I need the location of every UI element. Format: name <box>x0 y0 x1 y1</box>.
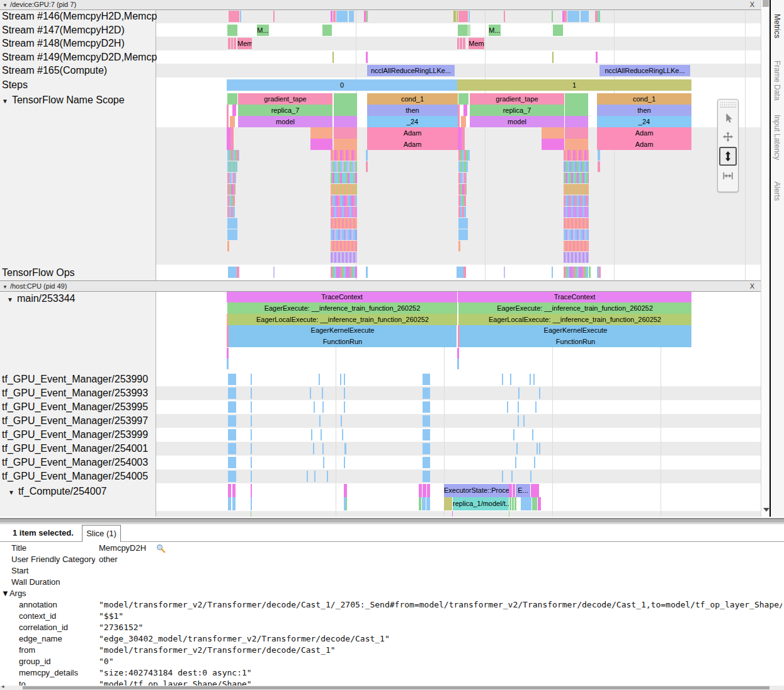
trace-tick[interactable] <box>552 52 554 63</box>
trace-tick[interactable] <box>251 429 252 440</box>
trace-tick[interactable] <box>598 150 600 161</box>
trace-slice[interactable]: replica_7 <box>238 105 332 116</box>
trace-tick[interactable] <box>314 471 315 482</box>
trace-tick[interactable] <box>463 267 466 278</box>
trace-slice[interactable]: M... <box>257 25 269 36</box>
trace-tick[interactable] <box>334 139 357 150</box>
trace-tick[interactable] <box>322 388 323 399</box>
pan-tool-button[interactable] <box>720 128 736 146</box>
trace-tick[interactable] <box>313 443 314 454</box>
trace-tick[interactable] <box>539 388 540 399</box>
trace-tick[interactable] <box>532 497 537 510</box>
trace-tick[interactable] <box>334 116 357 127</box>
trace-tick[interactable] <box>426 497 430 510</box>
trace-tick[interactable] <box>564 11 567 22</box>
trace-tick[interactable] <box>457 359 459 369</box>
trace-tick[interactable] <box>463 105 467 116</box>
trace-tick[interactable] <box>251 401 252 413</box>
trace-tick[interactable] <box>344 374 345 385</box>
trace-tick[interactable] <box>331 229 357 240</box>
trace-tick[interactable] <box>458 184 467 195</box>
trace-tick[interactable] <box>341 415 342 427</box>
trace-tick[interactable] <box>319 374 320 385</box>
trace-tick[interactable] <box>251 497 252 510</box>
trace-tick[interactable] <box>457 11 458 22</box>
trace-tick[interactable] <box>564 184 589 195</box>
trace-tick[interactable] <box>331 161 357 172</box>
trace-tick[interactable] <box>463 38 465 49</box>
trace-tick[interactable] <box>516 443 518 454</box>
trace-tick[interactable] <box>564 267 588 278</box>
trace-tick[interactable] <box>227 150 239 161</box>
args-section-header[interactable]: ▼Args <box>1 588 26 599</box>
trace-tick[interactable] <box>589 267 591 278</box>
trace-tick[interactable] <box>251 471 252 482</box>
trace-tick[interactable] <box>419 484 422 497</box>
trace-slice[interactable]: 0 <box>227 79 457 91</box>
trace-tick[interactable] <box>462 127 465 139</box>
collapse-arrow-icon[interactable]: ▼ <box>2 98 8 105</box>
trace-tick[interactable] <box>319 415 321 427</box>
trace-slice[interactable]: model <box>238 116 332 127</box>
trace-slice[interactable]: FunctionRun <box>460 336 691 347</box>
trace-tick[interactable] <box>237 267 239 278</box>
trace-tick[interactable] <box>458 150 470 161</box>
trace-tick[interactable] <box>423 471 430 482</box>
trace-tick[interactable] <box>427 484 430 497</box>
track-label-tf-compute[interactable]: ▼tf_Compute/254007 <box>0 483 163 500</box>
trace-tick[interactable] <box>458 195 466 206</box>
trace-slice[interactable]: _24 <box>597 116 691 127</box>
trace-tick[interactable] <box>596 52 598 63</box>
trace-slice[interactable]: gradient_tape <box>238 93 332 105</box>
trace-tick[interactable] <box>531 484 539 497</box>
trace-tick[interactable] <box>509 511 509 517</box>
side-tab-frame-data[interactable]: Frame Data <box>773 60 781 100</box>
trace-tick[interactable] <box>599 11 600 22</box>
trace-slice[interactable]: ncclAllReduceRingLLKe... <box>367 65 455 76</box>
trace-tick[interactable] <box>458 161 468 172</box>
trace-tick[interactable] <box>460 38 462 49</box>
trace-tick[interactable] <box>322 443 324 454</box>
trace-slice[interactable]: then <box>597 105 691 116</box>
trace-tick[interactable] <box>344 443 346 454</box>
trace-tick[interactable] <box>334 105 357 116</box>
vertical-scrollbar[interactable] <box>761 0 770 517</box>
trace-tick[interactable] <box>533 374 535 385</box>
trace-tick[interactable] <box>422 497 426 510</box>
trace-tick[interactable] <box>567 11 579 22</box>
trace-tick[interactable] <box>452 511 453 517</box>
trace-tick[interactable] <box>565 93 588 105</box>
trace-tick[interactable] <box>251 415 252 427</box>
trace-tick[interactable] <box>510 374 511 385</box>
trace-tick[interactable] <box>598 161 600 172</box>
trace-tick[interactable] <box>458 105 460 116</box>
horizontal-scrollbar[interactable]: ◂ <box>0 686 784 690</box>
trace-tick[interactable] <box>523 415 525 427</box>
trace-tick[interactable] <box>331 252 357 263</box>
trace-tick[interactable] <box>458 218 468 229</box>
trace-tick[interactable] <box>366 161 368 172</box>
trace-tick[interactable] <box>229 11 239 22</box>
trace-tick[interactable] <box>228 374 236 385</box>
track-label-main[interactable]: ▼main/253344 <box>0 290 162 307</box>
trace-tick[interactable] <box>234 38 236 49</box>
trace-tick[interactable] <box>458 11 468 22</box>
trace-tick[interactable] <box>507 401 508 413</box>
trace-tick[interactable] <box>227 348 229 359</box>
trace-tick[interactable] <box>542 127 564 139</box>
trace-tick[interactable] <box>565 139 588 150</box>
trace-tick[interactable] <box>346 497 347 510</box>
trace-tick[interactable] <box>227 207 235 217</box>
trace-slice[interactable]: cond_1 <box>367 93 458 105</box>
trace-tick[interactable] <box>273 11 275 22</box>
trace-tick[interactable] <box>240 11 241 22</box>
trace-tick[interactable] <box>423 429 430 440</box>
trace-tick[interactable] <box>564 241 589 251</box>
trace-tick[interactable] <box>251 374 252 385</box>
collapse-arrow-icon[interactable]: ▼ <box>3 282 8 292</box>
trace-tick[interactable] <box>349 11 354 22</box>
trace-tick[interactable] <box>518 401 519 413</box>
selection-tool-button[interactable] <box>720 109 736 127</box>
trace-slice[interactable]: EagerExecute: __inference_train_function… <box>227 302 457 314</box>
collapse-arrow-icon[interactable]: ▼ <box>3 1 8 10</box>
